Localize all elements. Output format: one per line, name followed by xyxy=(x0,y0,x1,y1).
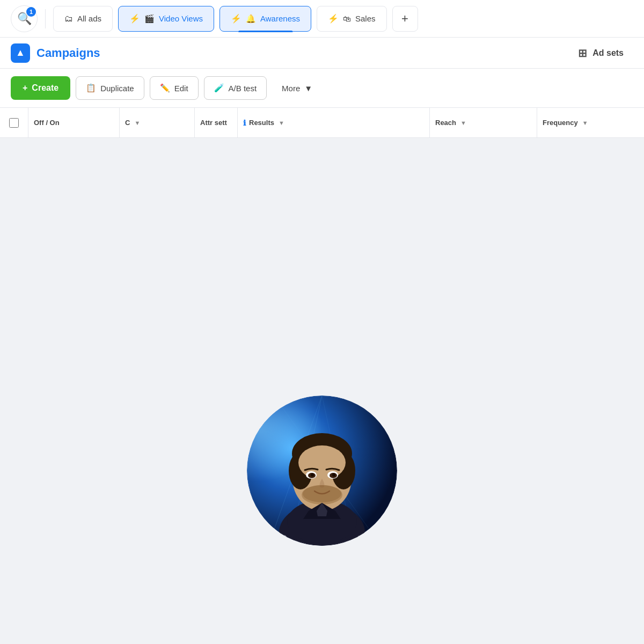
search-badge: 1 xyxy=(26,7,36,17)
table-header: Off / On C ▼ Attr sett ℹ Results ▼ Reach… xyxy=(0,108,644,138)
ab-test-icon: 🧪 xyxy=(214,83,224,93)
top-nav: 🔍 1 🗂 All ads ⚡ 🎬 Video Views ⚡ 🔔 Awaren… xyxy=(0,0,644,38)
create-plus-icon: + xyxy=(23,83,27,93)
th-reach[interactable]: Reach ▼ xyxy=(429,108,537,137)
add-tab-button[interactable]: + xyxy=(392,6,418,32)
th-results[interactable]: ℹ Results ▼ xyxy=(237,108,429,137)
svg-point-19 xyxy=(311,473,314,477)
more-label: More xyxy=(282,84,300,93)
campaigns-section: ▲ Campaigns xyxy=(11,43,568,63)
th-off-on: Off / On xyxy=(28,108,119,137)
svg-point-20 xyxy=(332,473,335,477)
th-campaign[interactable]: C ▼ xyxy=(119,108,194,137)
tab-active-indicator xyxy=(238,31,292,32)
toolbar: + Create 📋 Duplicate ✏️ Edit 🧪 A/B test … xyxy=(0,69,644,108)
select-all-checkbox-cell xyxy=(0,118,28,128)
nav-divider xyxy=(45,9,46,28)
ad-sets-label: Ad sets xyxy=(592,48,624,58)
create-button[interactable]: + Create xyxy=(11,76,70,100)
more-chevron-icon: ▼ xyxy=(304,84,312,93)
th-frequency-label: Frequency xyxy=(543,119,578,127)
ad-sets-button[interactable]: ⊞ Ad sets xyxy=(568,41,633,65)
campaign-chevron-icon: ▼ xyxy=(134,120,140,126)
sub-header: ▲ Campaigns ⊞ Ad sets xyxy=(0,38,644,69)
ab-test-label: A/B test xyxy=(229,84,257,93)
select-all-checkbox[interactable] xyxy=(9,118,19,128)
th-attr-settings: Attr sett xyxy=(194,108,237,137)
avatar: BRAM VAN DER HALLEN xyxy=(247,396,397,546)
tab-all-ads-label: All ads xyxy=(77,14,101,23)
tab-video-views-label: Video Views xyxy=(159,14,203,23)
tab-all-ads[interactable]: 🗂 All ads xyxy=(53,6,113,32)
results-chevron-icon: ▼ xyxy=(279,120,284,126)
th-reach-label: Reach xyxy=(435,119,456,127)
more-button[interactable]: More ▼ xyxy=(272,76,322,100)
campaigns-title-label: Campaigns xyxy=(36,46,100,60)
svg-point-22 xyxy=(303,485,341,502)
all-ads-icon: 🗂 xyxy=(64,14,73,24)
tab-sales-label: Sales xyxy=(355,14,376,23)
main-content: BRAM VAN DER HALLEN xyxy=(0,138,644,578)
duplicate-label: Duplicate xyxy=(100,84,134,93)
add-icon: + xyxy=(401,12,408,26)
sales-icon: ⚡ xyxy=(328,13,339,24)
awareness-icon2: 🔔 xyxy=(246,14,256,24)
sales-icon2: 🛍 xyxy=(343,14,351,23)
avatar-container: BRAM VAN DER HALLEN xyxy=(247,396,397,546)
edit-label: Edit xyxy=(174,84,188,93)
tab-awareness[interactable]: ⚡ 🔔 Awareness xyxy=(219,6,311,32)
edit-button[interactable]: ✏️ Edit xyxy=(150,76,199,100)
svg-point-14 xyxy=(298,445,346,480)
ab-test-button[interactable]: 🧪 A/B test xyxy=(204,76,267,100)
th-campaign-label: C xyxy=(125,119,130,127)
tab-sales[interactable]: ⚡ 🛍 Sales xyxy=(317,6,387,32)
duplicate-icon: 📋 xyxy=(86,83,96,93)
ad-sets-grid-icon: ⊞ xyxy=(578,47,587,60)
create-label: Create xyxy=(32,83,58,93)
tab-video-views[interactable]: ⚡ 🎬 Video Views xyxy=(118,6,214,32)
reach-chevron-icon: ▼ xyxy=(460,120,466,126)
edit-icon: ✏️ xyxy=(160,83,170,93)
video-views-icon2: 🎬 xyxy=(144,14,155,24)
tab-awareness-label: Awareness xyxy=(260,14,300,23)
campaigns-icon: ▲ xyxy=(11,43,30,63)
frequency-chevron-icon: ▼ xyxy=(582,120,588,126)
th-off-on-label: Off / On xyxy=(34,119,60,127)
awareness-icon: ⚡ xyxy=(231,13,241,24)
duplicate-button[interactable]: 📋 Duplicate xyxy=(76,76,144,100)
th-results-label: Results xyxy=(249,119,274,127)
video-views-icon: ⚡ xyxy=(129,13,140,24)
search-button[interactable]: 🔍 1 xyxy=(11,5,38,32)
th-frequency[interactable]: Frequency ▼ xyxy=(537,108,644,137)
th-attr-label: Attr sett xyxy=(200,119,227,127)
results-info-icon: ℹ xyxy=(243,119,246,127)
